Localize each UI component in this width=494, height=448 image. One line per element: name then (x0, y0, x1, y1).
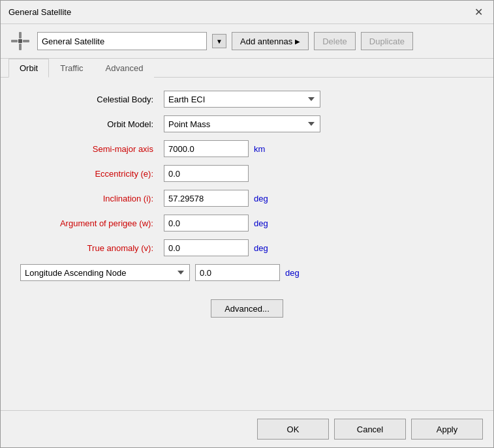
title-bar: General Satellite ✕ (1, 1, 493, 24)
svg-rect-1 (11, 40, 18, 42)
tabs: Orbit Traffic Advanced (1, 59, 493, 78)
inclination-row: Inclination (i): deg (20, 190, 474, 207)
celestial-body-label: Celestial Body: (20, 95, 164, 104)
delete-button[interactable]: Delete (314, 32, 356, 50)
svg-point-5 (18, 39, 22, 43)
inclination-unit: deg (254, 194, 268, 203)
satellite-icon (8, 29, 32, 53)
true-anomaly-input[interactable] (164, 239, 249, 256)
true-anomaly-unit: deg (254, 243, 268, 253)
node-value-input[interactable] (195, 264, 280, 281)
eccentricity-row: Eccentricity (e): (20, 165, 474, 182)
orbit-model-label: Orbit Model: (20, 119, 164, 129)
tab-traffic[interactable]: Traffic (49, 59, 94, 78)
inclination-input[interactable] (164, 190, 249, 207)
orbit-model-select[interactable]: Point MassJ2J4HPOP (164, 115, 320, 132)
add-antennas-button[interactable]: Add antennas ▶ (232, 32, 309, 50)
node-unit: deg (285, 268, 300, 278)
argument-perigee-row: Argument of perigee (w): deg (20, 215, 474, 231)
tab-advanced[interactable]: Advanced (95, 59, 155, 78)
argument-perigee-input[interactable] (164, 215, 249, 231)
footer: OK Cancel Apply (1, 410, 493, 447)
semi-major-axis-unit: km (254, 144, 265, 154)
cancel-button[interactable]: Cancel (334, 419, 406, 440)
add-antennas-label: Add antennas (240, 37, 292, 46)
toolbar: ▼ Add antennas ▶ Delete Duplicate (1, 24, 493, 59)
svg-rect-3 (19, 32, 22, 38)
semi-major-axis-row: Semi-major axis km (20, 140, 474, 157)
true-anomaly-row: True anomaly (v): deg (20, 239, 474, 256)
satellite-name-input[interactable] (37, 32, 207, 50)
content-area: Celestial Body: Earth ECIEarth ECEFMoonS… (1, 78, 493, 410)
orbit-model-row: Orbit Model: Point MassJ2J4HPOP (20, 115, 474, 132)
argument-perigee-label: Argument of perigee (w): (20, 218, 164, 228)
advanced-section: Advanced... (20, 299, 474, 318)
true-anomaly-label: True anomaly (v): (20, 243, 164, 253)
svg-rect-4 (19, 44, 22, 50)
node-type-select[interactable]: Longitude Ascending NodeRight Ascension (20, 264, 190, 281)
close-button[interactable]: ✕ (472, 6, 486, 18)
inclination-label: Inclination (i): (20, 194, 164, 203)
argument-perigee-unit: deg (254, 218, 268, 228)
duplicate-button[interactable]: Duplicate (361, 32, 413, 50)
celestial-body-row: Celestial Body: Earth ECIEarth ECEFMoonS… (20, 91, 474, 108)
node-row: Longitude Ascending NodeRight Ascension … (20, 264, 474, 281)
apply-button[interactable]: Apply (411, 419, 483, 440)
name-dropdown-button[interactable]: ▼ (212, 34, 226, 48)
ok-button[interactable]: OK (257, 419, 329, 440)
dialog-window: General Satellite ✕ ▼ Add antennas ▶ Del… (0, 0, 494, 448)
semi-major-axis-input[interactable] (164, 140, 249, 157)
window-title: General Satellite (8, 7, 71, 17)
svg-rect-2 (23, 40, 29, 42)
eccentricity-label: Eccentricity (e): (20, 169, 164, 179)
add-antennas-arrow: ▶ (295, 38, 300, 45)
eccentricity-input[interactable] (164, 165, 249, 182)
advanced-button[interactable]: Advanced... (211, 299, 283, 318)
celestial-body-select[interactable]: Earth ECIEarth ECEFMoonSun (164, 91, 320, 108)
tab-orbit[interactable]: Orbit (8, 59, 49, 78)
semi-major-axis-label: Semi-major axis (20, 144, 164, 154)
